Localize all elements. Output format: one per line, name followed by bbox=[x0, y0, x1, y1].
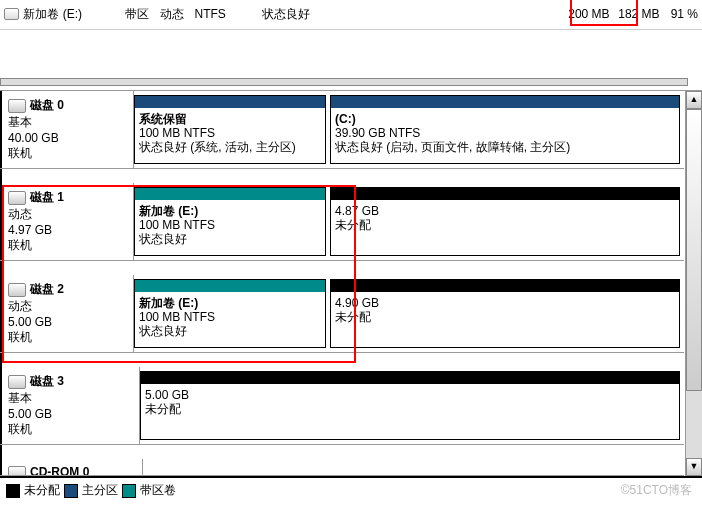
partition-text: 新加卷 (E:)100 MB NTFS状态良好 bbox=[139, 296, 321, 338]
disk-row[interactable]: 磁盘 2动态5.00 GB联机新加卷 (E:)100 MB NTFS状态良好4.… bbox=[0, 275, 684, 353]
disk-icon bbox=[8, 375, 26, 389]
disk-icon bbox=[8, 283, 26, 297]
disk-label: 磁盘 3基本5.00 GB联机 bbox=[0, 367, 140, 444]
partition-text: 5.00 GB未分配 bbox=[145, 388, 675, 416]
disk-label: CD-ROM 0 bbox=[0, 459, 143, 475]
vol-type: 动态 bbox=[160, 6, 195, 23]
disk-row[interactable]: 磁盘 3基本5.00 GB联机5.00 GB未分配 bbox=[0, 367, 684, 445]
disk-icon bbox=[8, 466, 26, 476]
legend-bar: 未分配 主分区 带区卷 ©51CTO博客 bbox=[0, 476, 702, 503]
disk-label: 磁盘 2动态5.00 GB联机 bbox=[0, 275, 134, 352]
legend-primary: 主分区 bbox=[82, 482, 118, 499]
vol-name: 新加卷 (E:) bbox=[23, 6, 125, 23]
vol-capacity: 200 MB bbox=[550, 7, 610, 21]
scroll-thumb[interactable] bbox=[686, 109, 702, 391]
partition-text: 系统保留100 MB NTFS状态良好 (系统, 活动, 主分区) bbox=[139, 112, 321, 154]
partition-color-bar bbox=[331, 280, 679, 292]
partition-block[interactable]: 系统保留100 MB NTFS状态良好 (系统, 活动, 主分区) bbox=[134, 95, 326, 164]
partition-block[interactable]: 4.90 GB未分配 bbox=[330, 279, 680, 348]
partition-block[interactable]: 新加卷 (E:)100 MB NTFS状态良好 bbox=[134, 187, 326, 256]
legend-swatch-unalloc bbox=[6, 484, 20, 498]
partition-text: 新加卷 (E:)100 MB NTFS状态良好 bbox=[139, 204, 321, 246]
partition-block[interactable]: 5.00 GB未分配 bbox=[140, 371, 680, 440]
disk-label: 磁盘 0基本40.00 GB联机 bbox=[0, 91, 134, 168]
legend-swatch-striped bbox=[122, 484, 136, 498]
legend-striped: 带区卷 bbox=[140, 482, 176, 499]
disk-label: 磁盘 1动态4.97 GB联机 bbox=[0, 183, 134, 260]
disk-row[interactable]: 磁盘 1动态4.97 GB联机新加卷 (E:)100 MB NTFS状态良好4.… bbox=[0, 183, 684, 261]
watermark: ©51CTO博客 bbox=[621, 482, 692, 499]
partition-block[interactable]: 4.87 GB未分配 bbox=[330, 187, 680, 256]
legend-unalloc: 未分配 bbox=[24, 482, 60, 499]
vol-pct: 91 % bbox=[660, 7, 698, 21]
scroll-up-button[interactable]: ▲ bbox=[686, 91, 702, 109]
partition-color-bar bbox=[135, 96, 325, 108]
partition-color-bar bbox=[331, 96, 679, 108]
partition-text: (C:)39.90 GB NTFS状态良好 (启动, 页面文件, 故障转储, 主… bbox=[335, 112, 675, 154]
partition-color-bar bbox=[135, 280, 325, 292]
vol-status: 状态良好 bbox=[262, 6, 550, 23]
scroll-down-button[interactable]: ▼ bbox=[686, 458, 702, 476]
partition-color-bar bbox=[141, 372, 679, 384]
disk-graphical-view: 磁盘 0基本40.00 GB联机系统保留100 MB NTFS状态良好 (系统,… bbox=[0, 91, 702, 476]
disk-icon bbox=[8, 99, 26, 113]
vol-fs: NTFS bbox=[195, 7, 262, 21]
partition-block[interactable]: (C:)39.90 GB NTFS状态良好 (启动, 页面文件, 故障转储, 主… bbox=[330, 95, 680, 164]
partition-color-bar bbox=[331, 188, 679, 200]
volume-icon bbox=[4, 8, 19, 20]
volume-list-row[interactable]: 新加卷 (E:) 带区 动态 NTFS 状态良好 200 MB 182 MB 9… bbox=[0, 0, 702, 29]
disk-row[interactable]: CD-ROM 0 bbox=[0, 459, 684, 476]
vertical-scrollbar[interactable]: ▲ ▼ bbox=[685, 91, 702, 476]
disk-row[interactable]: 磁盘 0基本40.00 GB联机系统保留100 MB NTFS状态良好 (系统,… bbox=[0, 91, 684, 169]
partition-text: 4.90 GB未分配 bbox=[335, 296, 675, 324]
vol-free: 182 MB bbox=[610, 7, 660, 21]
partition-color-bar bbox=[135, 188, 325, 200]
vol-layout: 带区 bbox=[125, 6, 160, 23]
partition-block[interactable]: 新加卷 (E:)100 MB NTFS状态良好 bbox=[134, 279, 326, 348]
partition-text: 4.87 GB未分配 bbox=[335, 204, 675, 232]
disk-icon bbox=[8, 191, 26, 205]
pane-splitter[interactable] bbox=[0, 29, 702, 91]
legend-swatch-primary bbox=[64, 484, 78, 498]
